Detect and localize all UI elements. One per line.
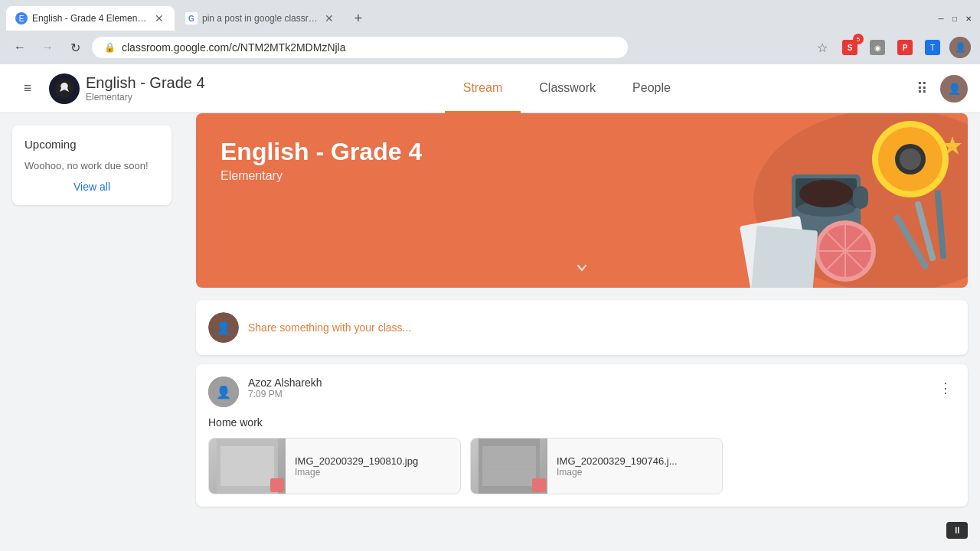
- app-title-wrap: English - Grade 4 Elementary: [86, 74, 205, 103]
- attachment-type-2: Image: [557, 467, 678, 478]
- post-avatar: 👤: [208, 377, 239, 407]
- svg-point-6: [799, 180, 853, 207]
- attachment-preview-1: [217, 439, 278, 494]
- user-avatar[interactable]: 👤: [940, 75, 968, 103]
- tab-close-2[interactable]: ✕: [323, 11, 335, 26]
- attachment-name-2: IMG_20200329_190746.j...: [557, 455, 678, 467]
- tab-favicon-1: E: [15, 12, 28, 24]
- extension-icon-1[interactable]: S 5: [839, 37, 861, 58]
- stream: English - Grade 4 Elementary: [184, 113, 980, 551]
- back-button[interactable]: ←: [9, 37, 31, 58]
- view-all-link[interactable]: View all: [24, 181, 159, 193]
- new-tab-button[interactable]: +: [348, 8, 369, 29]
- browser-chrome: E English - Grade 4 Elementary ✕ G pin a…: [0, 0, 980, 64]
- post-menu-button[interactable]: ⋮: [936, 377, 956, 399]
- upcoming-card: Upcoming Woohoo, no work due soon! View …: [12, 126, 172, 205]
- tab-inactive[interactable]: G pin a post in google classroom s... ✕: [176, 6, 345, 31]
- tab-active[interactable]: E English - Grade 4 Elementary ✕: [6, 6, 175, 31]
- app-nav: Stream Classwork People: [224, 64, 910, 112]
- hero-banner: English - Grade 4 Elementary: [196, 113, 968, 288]
- hero-illustration: [677, 113, 968, 288]
- post-header: 👤 Azoz Alsharekh 7:09 PM ⋮: [208, 377, 956, 407]
- svg-rect-24: [220, 446, 274, 486]
- hero-chevron[interactable]: [574, 260, 590, 279]
- attachment-info-1: IMG_20200329_190810.jpg Image: [286, 449, 427, 484]
- svg-rect-5: [853, 186, 868, 209]
- url-text: classroom.google.com/c/NTM2MTk2MDMzNjla: [122, 41, 616, 54]
- main-content: Upcoming Woohoo, no work due soon! View …: [0, 113, 980, 551]
- tab-bar: E English - Grade 4 Elementary ✕ G pin a…: [0, 0, 980, 31]
- nav-tab-people[interactable]: People: [614, 65, 689, 113]
- record-button[interactable]: ⏸: [946, 522, 968, 539]
- forward-button[interactable]: →: [37, 37, 58, 58]
- share-box[interactable]: 👤 Share something with your class...: [196, 300, 968, 355]
- address-bar: ← → ↻ 🔒 classroom.google.com/c/NTM2MTk2M…: [0, 31, 980, 64]
- extension-icon-4[interactable]: T: [922, 37, 943, 58]
- post-card: 👤 Azoz Alsharekh 7:09 PM ⋮ Home work: [196, 364, 968, 507]
- attachment-info-2: IMG_20200329_190746.j... Image: [547, 449, 687, 484]
- extension-icon-2[interactable]: ◉: [867, 37, 888, 58]
- app-logo: [49, 73, 80, 104]
- tab-close-1[interactable]: ✕: [153, 11, 165, 26]
- post-time: 7:09 PM: [248, 389, 322, 399]
- attachment-thumb-2: [471, 439, 547, 494]
- nav-tab-classwork[interactable]: Classwork: [521, 65, 614, 113]
- attachment-corner-2: [532, 478, 546, 492]
- header-right: ⠿ 👤: [910, 73, 968, 104]
- upcoming-title: Upcoming: [24, 138, 159, 151]
- app-header: ≡ English - Grade 4 Elementary Stream Cl…: [0, 64, 980, 113]
- svg-rect-30: [482, 446, 536, 486]
- toolbar-right: ☆ S 5 ◉ P T 👤: [812, 37, 971, 58]
- sidebar: Upcoming Woohoo, no work due soon! View …: [0, 113, 184, 551]
- attachment-type-1: Image: [295, 467, 418, 478]
- illustration-svg: [677, 113, 968, 288]
- window-controls: ─ □ ✕: [936, 13, 974, 24]
- tab-favicon-2: G: [185, 12, 198, 24]
- record-icon: ⏸: [952, 525, 962, 536]
- google-apps-icon[interactable]: ⠿: [910, 73, 934, 104]
- url-bar[interactable]: 🔒 classroom.google.com/c/NTM2MTk2MDMzNjl…: [92, 37, 628, 58]
- chrome-profile-avatar[interactable]: 👤: [949, 37, 971, 58]
- hamburger-menu[interactable]: ≡: [12, 73, 43, 104]
- bookmark-icon[interactable]: ☆: [812, 37, 833, 58]
- upcoming-empty-message: Woohoo, no work due soon!: [24, 160, 159, 171]
- attachment-name-1: IMG_20200329_190810.jpg: [295, 455, 418, 467]
- reload-button[interactable]: ↻: [64, 37, 86, 58]
- app-title: English - Grade 4: [86, 74, 205, 92]
- attachment-2[interactable]: IMG_20200329_190746.j... Image: [470, 438, 723, 494]
- nav-tab-stream[interactable]: Stream: [445, 65, 521, 113]
- attachments: IMG_20200329_190810.jpg Image: [208, 438, 956, 494]
- chevron-down-icon: [574, 260, 590, 276]
- logo-icon: [54, 78, 75, 99]
- share-avatar: 👤: [208, 312, 239, 343]
- tab-title-2: pin a post in google classroom s...: [202, 13, 318, 24]
- extension-icon-3[interactable]: P: [894, 37, 916, 58]
- tab-title-1: English - Grade 4 Elementary: [32, 13, 149, 24]
- attachment-thumb-1: [209, 439, 286, 494]
- attachment-corner-1: [270, 478, 284, 492]
- minimize-button[interactable]: ─: [936, 13, 946, 24]
- post-body: Home work: [208, 416, 956, 429]
- app-subtitle: Elementary: [86, 92, 205, 103]
- share-avatar-img: 👤: [208, 312, 239, 343]
- svg-rect-21: [750, 226, 818, 288]
- post-avatar-img: 👤: [208, 377, 239, 407]
- lock-icon: 🔒: [104, 42, 116, 53]
- maximize-button[interactable]: □: [949, 13, 960, 24]
- share-placeholder[interactable]: Share something with your class...: [248, 321, 956, 334]
- attachment-preview-2: [479, 439, 540, 494]
- attachment-1[interactable]: IMG_20200329_190810.jpg Image: [208, 438, 461, 494]
- post-author-name: Azoz Alsharekh: [248, 377, 322, 389]
- svg-point-10: [900, 148, 921, 170]
- post-author-info: Azoz Alsharekh 7:09 PM: [248, 377, 322, 399]
- close-button[interactable]: ✕: [963, 13, 974, 24]
